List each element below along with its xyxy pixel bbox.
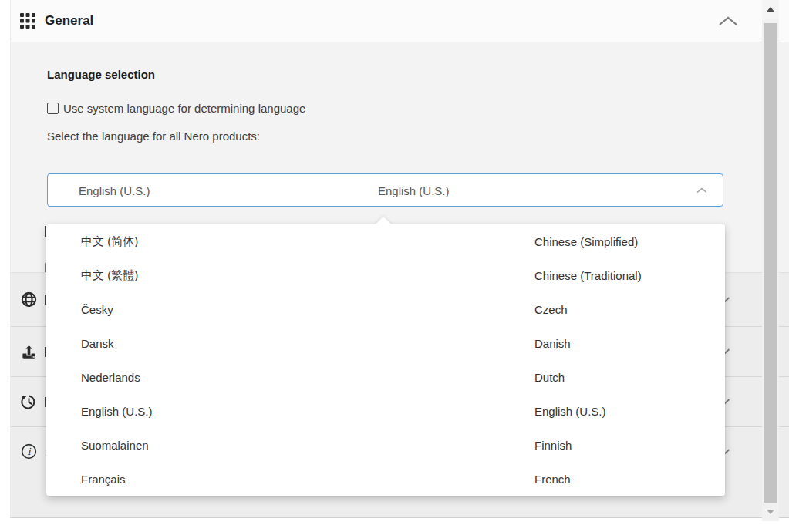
scroll-up-arrow-icon	[767, 7, 774, 12]
selected-language-native: English (U.S.)	[79, 184, 150, 197]
option-english: Czech	[534, 303, 568, 316]
language-selection-heading: Language selection	[47, 68, 155, 81]
option-english: Chinese (Simplified)	[534, 235, 638, 248]
language-option-chinese-traditional[interactable]: 中文 (繁體) Chinese (Traditional)	[46, 258, 725, 292]
apps-grid-icon	[20, 13, 35, 29]
option-native: 中文 (简体)	[81, 234, 138, 249]
system-language-checkbox[interactable]	[47, 103, 59, 114]
option-english: Chinese (Traditional)	[534, 269, 642, 282]
scrollbar-up-button[interactable]	[762, 0, 779, 19]
language-option-french[interactable]: Français French	[46, 462, 725, 496]
language-option-czech[interactable]: Česky Czech	[46, 292, 725, 326]
option-native: 中文 (繁體)	[81, 268, 138, 283]
language-option-finnish[interactable]: Suomalainen Finnish	[46, 428, 725, 462]
option-native: English (U.S.)	[81, 405, 153, 418]
selected-language-english: English (U.S.)	[378, 184, 450, 197]
language-dropdown: 中文 (简体) Chinese (Simplified) 中文 (繁體) Chi…	[46, 224, 725, 496]
language-select[interactable]: English (U.S.) English (U.S.)	[47, 173, 723, 207]
select-chevron-up-icon	[696, 187, 707, 194]
collapse-chevron-up-icon[interactable]	[718, 16, 738, 26]
section-title: General	[45, 13, 93, 29]
system-language-row: Use system language for determining lang…	[47, 102, 305, 115]
scroll-down-arrow-icon	[767, 510, 774, 514]
option-english: Danish	[534, 337, 571, 350]
option-english: Dutch	[534, 371, 565, 384]
language-option-danish[interactable]: Dansk Danish	[46, 326, 725, 360]
upload-icon	[20, 343, 38, 361]
language-option-english-us[interactable]: English (U.S.) English (U.S.)	[46, 394, 725, 428]
option-english: French	[534, 473, 571, 486]
system-language-checkbox-label: Use system language for determining lang…	[63, 102, 305, 115]
history-icon	[20, 393, 38, 411]
language-option-list: 中文 (简体) Chinese (Simplified) 中文 (繁體) Chi…	[46, 224, 725, 496]
scrollbar-thumb[interactable]	[764, 23, 777, 503]
option-english: Finnish	[534, 439, 572, 452]
option-native: Dansk	[81, 337, 114, 350]
svg-text:i: i	[28, 446, 32, 457]
globe-icon	[20, 291, 38, 308]
option-english: English (U.S.)	[534, 405, 606, 418]
option-native: Français	[81, 473, 126, 486]
section-header-general[interactable]: General	[11, 0, 789, 42]
language-option-chinese-simplified[interactable]: 中文 (简体) Chinese (Simplified)	[46, 224, 725, 258]
option-native: Nederlands	[81, 371, 140, 384]
info-icon: i	[20, 443, 38, 460]
language-option-dutch[interactable]: Nederlands Dutch	[46, 360, 725, 394]
option-native: Suomalainen	[81, 439, 149, 452]
select-language-label: Select the language for all Nero product…	[47, 130, 260, 143]
settings-page: General Language selection Use system la…	[0, 0, 789, 532]
scrollbar-down-button[interactable]	[762, 503, 779, 521]
option-native: Česky	[81, 303, 113, 316]
vertical-scrollbar[interactable]	[762, 0, 779, 521]
